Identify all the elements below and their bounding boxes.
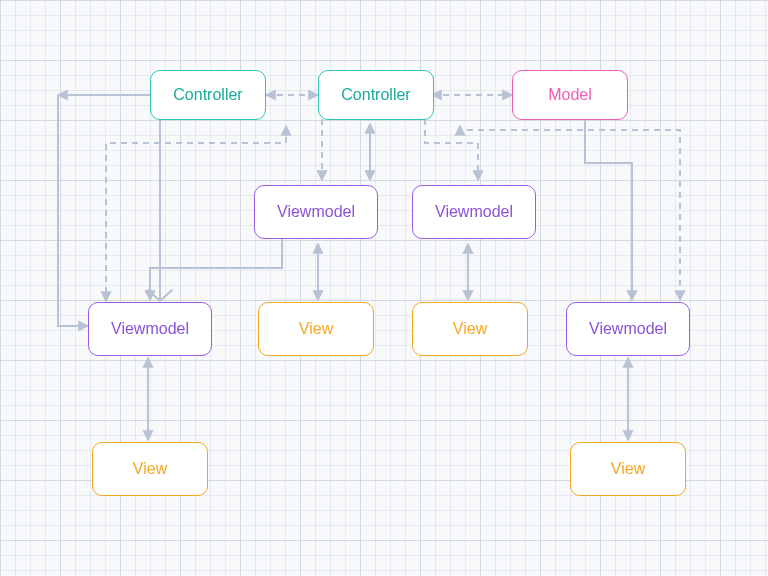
node-controller-2: Controller xyxy=(318,70,434,120)
node-view-1: View xyxy=(92,442,208,496)
node-view-4: View xyxy=(570,442,686,496)
node-viewmodel-4: Viewmodel xyxy=(566,302,690,356)
diagram-canvas: Controller Controller Model Viewmodel Vi… xyxy=(0,0,768,576)
node-controller-1: Controller xyxy=(150,70,266,120)
node-model-1: Model xyxy=(512,70,628,120)
node-view-3: View xyxy=(412,302,528,356)
node-viewmodel-1: Viewmodel xyxy=(254,185,378,239)
node-viewmodel-2: Viewmodel xyxy=(412,185,536,239)
node-viewmodel-3: Viewmodel xyxy=(88,302,212,356)
node-view-2: View xyxy=(258,302,374,356)
